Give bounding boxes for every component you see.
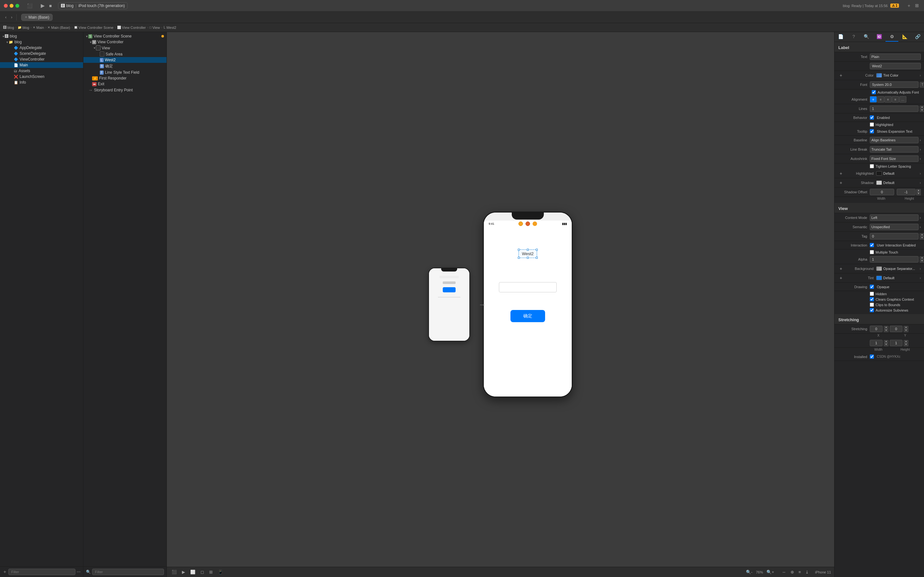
breadcrumb-blog2[interactable]: 📁 blog <box>18 26 29 29</box>
lines-up-btn[interactable]: ▲ <box>920 106 924 109</box>
align-justify-btn[interactable]: ≡ <box>892 96 899 103</box>
canvas-tool-2[interactable]: ⊕ <box>789 569 796 575</box>
breadcrumb-main[interactable]: ✕ Main <box>33 26 44 29</box>
text-type-select[interactable]: Plain Attributed <box>870 53 921 60</box>
outline-item-exit[interactable]: ▸ ⬅ Exit <box>83 81 166 87</box>
background-add-btn[interactable]: + <box>838 266 844 272</box>
inspector-tab-attributes[interactable]: ⚙ <box>885 32 898 42</box>
installed-checkbox[interactable] <box>870 355 874 359</box>
canvas-btn-4[interactable]: ◻ <box>199 569 206 575</box>
sy-down[interactable]: ▼ <box>904 329 908 332</box>
outline-filter-input[interactable] <box>92 569 164 575</box>
inspector-tab-quickhelp[interactable]: ? <box>847 32 860 42</box>
sy-up[interactable]: ▲ <box>904 326 908 329</box>
breadcrumb-view[interactable]: □ View <box>150 26 160 29</box>
user-interaction-checkbox[interactable] <box>870 243 874 247</box>
breadcrumb-west2[interactable]: L West2 <box>164 26 176 29</box>
align-other-btn[interactable]: … <box>899 96 906 103</box>
highlighted-color-add-btn[interactable]: + <box>838 170 844 177</box>
label-west2-selected[interactable]: West2 <box>519 250 537 258</box>
shadow-color-add-btn[interactable]: + <box>838 179 844 186</box>
zoom-out-button[interactable]: 🔍- <box>744 569 754 575</box>
nav-item-info[interactable]: ▸ 📋 Info <box>0 79 83 85</box>
stretch-x-input[interactable] <box>870 326 883 332</box>
alpha-input[interactable] <box>870 256 919 263</box>
shadow-color-swatch[interactable] <box>876 181 882 185</box>
outline-item-view[interactable]: ▾ □ View <box>83 45 166 51</box>
content-mode-select[interactable]: Left Scale To Fill Aspect Fit <box>870 214 919 221</box>
semantic-select[interactable]: Unspecified Playback Spatial <box>870 224 919 230</box>
minimize-button[interactable] <box>10 4 13 8</box>
dynamic-type-checkbox[interactable] <box>872 90 876 94</box>
outline-item-button[interactable]: ▸ B 确定 <box>83 63 166 69</box>
autoshrink-select[interactable]: Fixed Font Size Minimum Font Scale Minim… <box>870 155 919 162</box>
outline-item-entry-point[interactable]: ▸ → Storyboard Entry Point <box>83 87 166 93</box>
nav-item-launchscreen[interactable]: ▸ ❌ LaunchScreen <box>0 74 83 79</box>
stop-icon[interactable]: ■ <box>48 3 53 9</box>
shadow-up-btn[interactable]: ▲ <box>916 189 921 192</box>
align-right-btn[interactable]: ≡ <box>885 96 892 103</box>
stretch-y-input[interactable] <box>890 326 903 332</box>
maximize-button[interactable] <box>15 4 19 8</box>
iphone-confirm-button[interactable]: 确定 <box>510 310 545 322</box>
opaque-checkbox[interactable] <box>870 285 874 289</box>
alpha-down-btn[interactable]: ▼ <box>920 259 924 263</box>
clips-checkbox[interactable] <box>870 303 874 307</box>
tighten-checkbox[interactable] <box>870 164 874 168</box>
inspector-tab-identity[interactable]: 🆔 <box>873 32 886 42</box>
lines-down-btn[interactable]: ▼ <box>920 109 924 112</box>
baseline-select[interactable]: Align Baselines Align Centers <box>870 137 919 143</box>
outline-item-west2[interactable]: ▸ L West2 <box>83 57 166 63</box>
enabled-checkbox[interactable] <box>870 115 874 119</box>
tooltip-checkbox[interactable] <box>870 129 874 133</box>
align-center-btn[interactable]: ≡ <box>877 96 884 103</box>
outline-item-vc[interactable]: ▾ V View Controller <box>83 39 166 45</box>
sw-up[interactable]: ▲ <box>884 340 888 343</box>
tab-close-icon[interactable]: ✕ <box>25 15 27 19</box>
outline-item-textfield[interactable]: ▸ F Line Style Text Field <box>83 69 166 75</box>
filter-options-icon[interactable]: ⋯ <box>77 570 81 574</box>
color-swatch-tint[interactable] <box>876 73 882 77</box>
sw-down[interactable]: ▼ <box>884 343 888 346</box>
breadcrumb-vc[interactable]: ⬜ View Controller <box>117 26 145 29</box>
sidebar-toggle-icon[interactable]: ⬛ <box>26 3 34 9</box>
line-break-select[interactable]: Truncate Tail Truncate Head Truncate Mid… <box>870 146 919 153</box>
sh-up[interactable]: ▲ <box>904 340 908 343</box>
autoresize-checkbox[interactable] <box>870 308 874 312</box>
hidden-checkbox[interactable] <box>870 292 874 296</box>
alpha-up-btn[interactable]: ▲ <box>920 256 924 259</box>
outline-item-first-responder[interactable]: ▸ ⚡ First Responder <box>83 75 166 81</box>
canvas-btn-1[interactable]: ⬛ <box>170 569 178 575</box>
text-value-input[interactable] <box>870 63 921 69</box>
canvas-btn-2[interactable]: ▶ <box>180 569 187 575</box>
tint-add-btn[interactable]: + <box>838 275 844 281</box>
scheme-selector[interactable]: 🅱 blog | iPod touch (7th generation) <box>58 2 128 9</box>
sx-up[interactable]: ▲ <box>884 326 888 329</box>
font-picker-btn[interactable]: T <box>920 82 924 87</box>
nav-item-scenedelegate[interactable]: ▸ 🔷 SceneDelegate <box>0 51 83 56</box>
stretch-h-input[interactable] <box>890 340 903 346</box>
outline-item-vc-scene[interactable]: ▾ S View Controller Scene <box>83 33 166 39</box>
breadcrumb-main-base[interactable]: ✕ Main (Base) <box>47 26 70 29</box>
nav-item-assets[interactable]: ▸ 🗂 Assets <box>0 68 83 74</box>
outline-item-safe-area[interactable]: ▸ □ Safe Area <box>83 51 166 57</box>
canvas-tool-4[interactable]: ⤓ <box>804 569 811 575</box>
nav-forward-button[interactable]: › <box>9 13 14 21</box>
lines-input[interactable] <box>870 105 919 112</box>
main-tab[interactable]: ✕ Main (Base) <box>21 14 53 21</box>
zoom-in-button[interactable]: 🔍+ <box>765 569 776 575</box>
tint-swatch[interactable] <box>876 276 882 280</box>
highlighted-color-swatch[interactable] <box>876 171 882 176</box>
align-left-btn[interactable]: ≡ <box>870 96 877 103</box>
inspector-tab-help[interactable]: 🔍 <box>860 32 873 42</box>
tag-up-btn[interactable]: ▲ <box>920 234 924 236</box>
inspector-tab-connections[interactable]: 🔗 <box>911 32 924 42</box>
close-button[interactable] <box>4 4 8 8</box>
font-input[interactable] <box>870 81 919 88</box>
color-add-btn[interactable]: + <box>838 72 844 79</box>
inspector-tab-size[interactable]: 📐 <box>898 32 911 42</box>
sh-down[interactable]: ▼ <box>904 343 908 346</box>
clears-checkbox[interactable] <box>870 297 874 301</box>
nav-filter-input[interactable] <box>8 569 75 575</box>
nav-item-main[interactable]: ▸ 📄 Main <box>0 62 83 68</box>
